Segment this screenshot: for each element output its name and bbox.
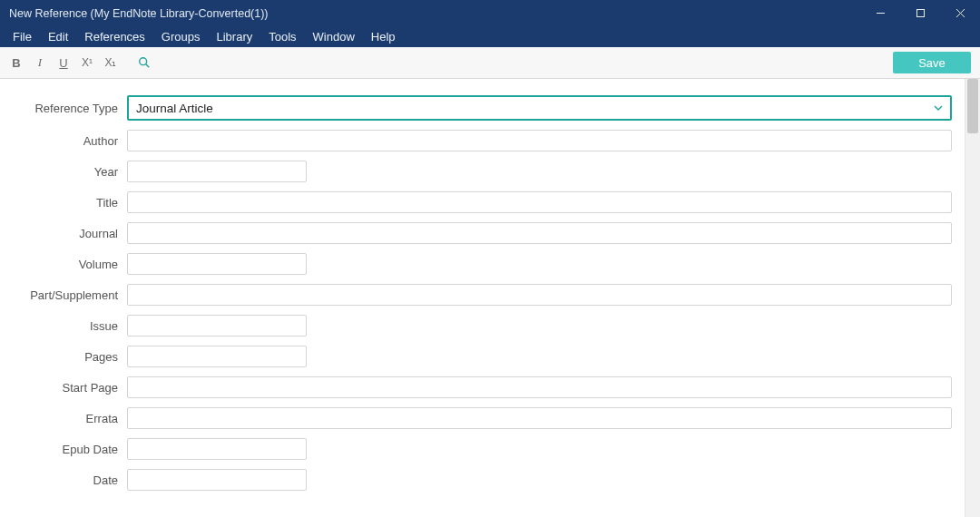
format-toolbar: B I U X¹ X₁ Save <box>0 47 980 79</box>
field-input[interactable] <box>127 407 952 429</box>
field-input[interactable] <box>127 284 952 306</box>
field-row: Author <box>0 130 952 151</box>
field-row: Volume <box>0 253 952 275</box>
field-label: Date <box>0 473 127 487</box>
menu-edit[interactable]: Edit <box>48 30 68 44</box>
field-input[interactable] <box>127 438 307 460</box>
vertical-scrollbar[interactable] <box>965 79 980 517</box>
field-row: Epub Date <box>0 438 952 460</box>
superscript-button[interactable]: X¹ <box>80 56 94 69</box>
field-label: Year <box>0 165 127 179</box>
italic-button[interactable]: I <box>33 55 47 70</box>
field-row: Start Page <box>0 376 952 398</box>
field-input[interactable] <box>127 346 307 367</box>
reference-type-dropdown[interactable]: Journal Article <box>127 95 952 121</box>
field-input[interactable] <box>127 130 952 151</box>
field-label: Start Page <box>0 381 127 395</box>
field-input[interactable] <box>127 469 307 491</box>
field-row: Date <box>0 469 952 491</box>
field-row: Issue <box>0 315 952 337</box>
field-row: Errata <box>0 407 952 429</box>
scroll-thumb[interactable] <box>967 79 978 133</box>
field-row: Journal <box>0 222 952 244</box>
field-label: Volume <box>0 258 127 271</box>
field-label: Author <box>0 134 127 148</box>
field-row: Title <box>0 191 952 213</box>
close-button[interactable] <box>940 0 980 25</box>
reference-type-label: Reference Type <box>0 102 127 115</box>
field-input[interactable] <box>127 315 307 337</box>
save-button[interactable]: Save <box>893 52 971 73</box>
menu-groups[interactable]: Groups <box>162 30 201 44</box>
field-label: Epub Date <box>0 443 127 456</box>
reference-form: Reference Type Journal Article AuthorYea… <box>0 79 980 517</box>
reference-type-value: Journal Article <box>127 95 952 121</box>
field-label: Journal <box>0 227 127 240</box>
svg-rect-0 <box>916 9 924 16</box>
menu-window[interactable]: Window <box>313 30 355 44</box>
menu-references[interactable]: References <box>84 30 144 44</box>
field-row: Pages <box>0 346 952 367</box>
maximize-button[interactable] <box>900 0 940 25</box>
menu-file[interactable]: File <box>13 30 32 44</box>
field-label: Issue <box>0 319 127 333</box>
title-bar: New Reference (My EndNote Library-Conver… <box>0 0 980 25</box>
bold-button[interactable]: B <box>9 56 24 70</box>
window-title: New Reference (My EndNote Library-Conver… <box>9 5 269 20</box>
field-row-reference-type: Reference Type Journal Article <box>0 95 952 121</box>
subscript-button[interactable]: X₁ <box>103 56 118 69</box>
menu-tools[interactable]: Tools <box>269 30 296 44</box>
field-label: Errata <box>0 412 127 425</box>
field-input[interactable] <box>127 161 307 182</box>
minimize-button[interactable] <box>860 0 900 25</box>
menu-bar: File Edit References Groups Library Tool… <box>0 25 980 47</box>
menu-library[interactable]: Library <box>216 30 252 44</box>
field-row: Part/Supplement <box>0 284 952 306</box>
menu-help[interactable]: Help <box>371 30 396 44</box>
svg-point-1 <box>140 58 147 65</box>
field-label: Part/Supplement <box>0 288 127 302</box>
field-input[interactable] <box>127 253 307 275</box>
field-input[interactable] <box>127 222 952 244</box>
field-label: Title <box>0 196 127 210</box>
window-controls <box>860 0 980 25</box>
field-row: Year <box>0 161 952 182</box>
search-icon[interactable] <box>138 56 151 69</box>
field-input[interactable] <box>127 376 952 398</box>
field-input[interactable] <box>127 191 952 213</box>
field-label: Pages <box>0 350 127 364</box>
underline-button[interactable]: U <box>56 56 71 70</box>
